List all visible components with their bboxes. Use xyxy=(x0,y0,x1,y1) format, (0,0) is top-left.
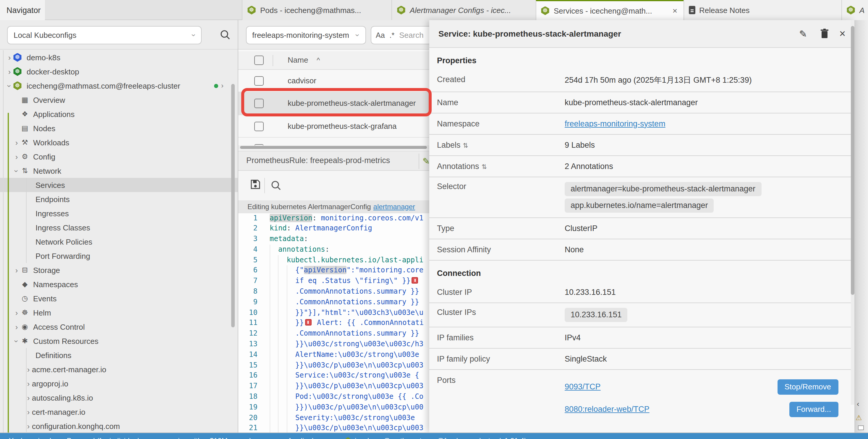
sidebar-item-helm[interactable]: ›☸Helm xyxy=(0,305,238,319)
nodes-icon: ▤ xyxy=(20,124,30,132)
line-number: 15 xyxy=(238,360,266,371)
stop-remove-button[interactable]: Stop/Remove xyxy=(777,379,838,394)
indent-guide xyxy=(270,266,270,276)
sidebar-item-services[interactable]: Services xyxy=(0,178,238,192)
sort-asc-icon[interactable]: ^ xyxy=(317,56,320,64)
row-checkbox[interactable] xyxy=(254,76,264,86)
sort-icon[interactable]: ⇅ xyxy=(482,163,487,170)
sidebar-item-definitions[interactable]: Definitions xyxy=(0,348,238,362)
chevron-right-icon[interactable]: › xyxy=(13,138,20,147)
tab-release-notes[interactable]: Release Notes xyxy=(683,0,841,20)
chevron-right-icon[interactable]: › xyxy=(6,53,13,62)
line-code: if eq .Status \"firing\" }} xyxy=(270,276,420,287)
line-number: 19 xyxy=(238,402,266,413)
code-segment: kind xyxy=(270,224,287,233)
chevron-down-icon: › xyxy=(353,34,363,37)
sidebar-item-demo-k8s[interactable]: ›☸demo-k8s xyxy=(0,50,238,64)
drawer-header: Service: kube-prometheus-stack-alertmana… xyxy=(429,20,855,47)
indent-guide xyxy=(278,392,279,402)
sidebar-item-access-control[interactable]: ›◉Access Control xyxy=(0,319,238,334)
edit-service-icon[interactable]: ✎ xyxy=(799,28,807,40)
sidebar-item-configuration-konghq-com[interactable]: ›configuration.konghq.com xyxy=(0,419,238,433)
code-segment: }}\u003c/p\u003e\n\u003cp\u003 xyxy=(296,424,424,432)
indent-guide xyxy=(278,381,279,392)
indent-guide xyxy=(278,276,279,287)
delete-service-icon[interactable] xyxy=(820,28,829,38)
sidebar-item-storage[interactable]: ›⊟Storage xyxy=(0,263,238,277)
crd-children-guide xyxy=(26,348,27,432)
port-row: 9093/TCPStop/Remove xyxy=(565,375,850,398)
kubeconfig-select[interactable]: Local Kubeconfigs › xyxy=(7,26,202,44)
chevron-down-icon[interactable]: › xyxy=(12,337,21,344)
sidebar-item-overview[interactable]: ▦Overview xyxy=(0,93,238,107)
section-heading: Connection xyxy=(437,269,850,281)
detail-row-annotations: Annotations⇅2 Annotations xyxy=(429,156,850,177)
sidebar-item-autoscaling-k8s-io[interactable]: ›autoscaling.k8s.io xyxy=(0,391,238,405)
select-all-checkbox[interactable] xyxy=(254,55,264,65)
search-in-editor-icon[interactable] xyxy=(271,180,281,191)
chevron-right-icon[interactable]: › xyxy=(13,152,20,161)
search-icon[interactable] xyxy=(220,30,230,40)
save-icon[interactable] xyxy=(250,179,260,189)
regex-toggle[interactable]: .* xyxy=(390,31,395,39)
sidebar-item-ingress-classes[interactable]: Ingress Classes xyxy=(0,221,238,235)
forward-button[interactable]: Forward... xyxy=(789,402,838,417)
chevron-right-icon[interactable]: › xyxy=(13,308,20,317)
sidebar-item-custom-resources[interactable]: ›✱Custom Resources xyxy=(0,334,238,348)
row-checkbox[interactable] xyxy=(254,99,264,108)
alertmanager-config-link[interactable]: alertmanager xyxy=(373,202,415,211)
namespace-link[interactable]: freeleaps-monitoring-system xyxy=(565,119,665,128)
detail-label: Cluster IP xyxy=(437,288,565,296)
drawer-scrollbar[interactable] xyxy=(850,20,855,405)
line-code: kubectl.kubernetes.io/last-appli xyxy=(270,255,423,266)
sidebar-item-argoproj-io[interactable]: ›argoproj.io xyxy=(0,376,238,391)
indent-guide xyxy=(270,413,270,423)
chevron-down-icon[interactable]: › xyxy=(5,82,14,89)
tab-alertmanager-configs[interactable]: ☸ Alertmanager Configs - icec... xyxy=(392,0,535,20)
sidebar-item-events[interactable]: ◷Events xyxy=(0,291,238,305)
sidebar-item-workloads[interactable]: ›⚒Workloads xyxy=(0,135,238,149)
namespace-select[interactable]: freeleaps-monitoring-system › xyxy=(246,26,366,44)
sidebar-item-namespaces[interactable]: ◆Namespaces xyxy=(0,277,238,291)
sidebar-item-applications[interactable]: ❖Applications xyxy=(0,107,238,121)
sidebar-item-acme-cert-manager-io[interactable]: ›acme.cert-manager.io xyxy=(0,362,238,376)
sidebar-scrollbar[interactable] xyxy=(231,84,235,327)
applications-icon: ❖ xyxy=(20,110,30,118)
tab-partial[interactable]: ☸ A xyxy=(841,0,868,20)
detail-row-ip-families: IP familiesIPv4 xyxy=(429,327,850,348)
sidebar-item-endpoints[interactable]: Endpoints xyxy=(0,192,238,206)
chevron-right-icon[interactable]: › xyxy=(6,67,13,76)
name-column-header[interactable]: Name xyxy=(288,56,308,64)
code-segment: }}\u003c/strong\u003e\u003c/h3 xyxy=(296,340,424,348)
sidebar-item-config[interactable]: ›⚙Config xyxy=(0,149,238,164)
workloads-icon: ⚒ xyxy=(20,138,30,146)
indent-guide xyxy=(270,360,270,371)
sort-icon[interactable]: ⇅ xyxy=(463,141,468,148)
sidebar-item-ingresses[interactable]: Ingresses xyxy=(0,206,238,221)
match-case-toggle[interactable]: Aa xyxy=(376,31,385,39)
chevron-right-icon[interactable]: › xyxy=(13,266,20,274)
tab-services[interactable]: ☸ Services - icecheng@math... × xyxy=(535,0,683,20)
sidebar-item-nodes[interactable]: ▤Nodes xyxy=(0,121,238,135)
chevron-down-icon[interactable]: › xyxy=(12,167,21,174)
close-tab-icon[interactable]: × xyxy=(672,6,679,15)
detail-label: IP family policy xyxy=(437,354,565,363)
close-drawer-icon[interactable]: × xyxy=(839,28,845,39)
line-number: 14 xyxy=(238,350,266,361)
kubernetes-icon: ☸ xyxy=(541,6,550,15)
sidebar-item-icecheng-mathmast-com-freeleaps-cluster[interactable]: ›☸icecheng@mathmast.com@freeleaps-cluste… xyxy=(0,78,238,93)
line-number: 13 xyxy=(238,339,266,350)
row-checkbox[interactable] xyxy=(254,122,264,131)
sidebar-item-port-forwarding[interactable]: Port Forwarding xyxy=(0,249,238,263)
sidebar-item-network[interactable]: ›⇅Network xyxy=(0,164,238,178)
port-link[interactable]: 9093/TCP xyxy=(565,382,601,391)
chevron-right-icon[interactable]: › xyxy=(13,322,20,331)
detail-row-ports: Ports9093/TCPStop/Remove8080:reloader-we… xyxy=(429,370,850,426)
sidebar-item-cert-manager-io[interactable]: ›cert-manager.io xyxy=(0,405,238,419)
tab-pods[interactable]: ☸ Pods - icecheng@mathmas... xyxy=(242,0,392,20)
sidebar-item-network-policies[interactable]: Network Policies xyxy=(0,235,238,249)
port-link[interactable]: 8080:reloader-web/TCP xyxy=(565,405,650,414)
line-code: }}\u003c/p\u003e\n\u003cp\u003 xyxy=(270,360,423,371)
chevron-right-icon[interactable]: › xyxy=(221,81,223,90)
sidebar-item-docker-desktop[interactable]: ›☸docker-desktop xyxy=(0,64,238,78)
